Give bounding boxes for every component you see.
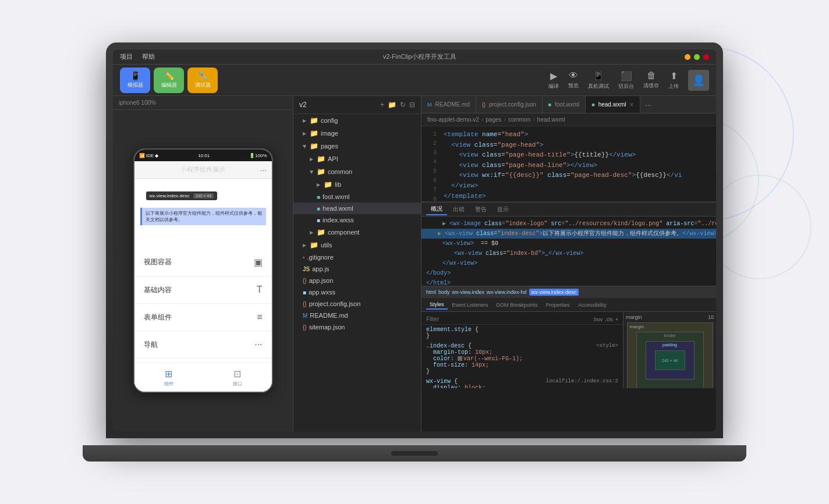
collapse-icon[interactable]: ⊟ — [409, 101, 415, 109]
tree-item-app-js[interactable]: JS app.js — [293, 263, 421, 275]
phone-nav-api[interactable]: ⊡ 接口 — [203, 363, 272, 392]
tab-foot-wxml[interactable]: ■ foot.wxml — [543, 96, 586, 113]
tab-head-wxml[interactable]: ■ head.wxml × — [586, 96, 640, 113]
debugger-icon: 🔧 — [198, 71, 208, 80]
tree-item-component[interactable]: ▶ 📁 component — [293, 226, 421, 239]
tree-item-index-wxss[interactable]: ■ index.wxss — [293, 214, 421, 226]
add-rule-btn[interactable]: + — [615, 317, 618, 322]
tree-label-component: component — [328, 229, 359, 236]
tree-item-utils[interactable]: ▶ 📁 utils — [293, 239, 421, 251]
debugger-button[interactable]: 🔧 调试器 — [187, 68, 218, 93]
tree-item-pages[interactable]: ▶ 📁 pages — [293, 140, 421, 152]
new-file-icon[interactable]: + — [380, 101, 384, 109]
file-icon-app-json: {} — [303, 278, 307, 284]
styles-tab-event-listeners[interactable]: Event Listeners — [449, 301, 492, 309]
clear-cache-action[interactable]: 🗑 清缓存 — [643, 70, 659, 90]
api-nav-icon: ⊡ — [233, 368, 241, 379]
elem-tag-body[interactable]: body — [438, 289, 450, 295]
tree-item-common[interactable]: ▶ 📁 common — [293, 165, 421, 178]
compile-icon: ▶ — [550, 70, 557, 81]
border-label: border — [664, 333, 675, 338]
tree-item-sitemap[interactable]: {} sitemap.json — [293, 321, 421, 333]
tree-item-gitignore[interactable]: • .gitignore — [293, 251, 421, 263]
new-folder-icon[interactable]: 📁 — [388, 101, 396, 109]
avatar-button[interactable]: 👤 — [688, 70, 709, 91]
html-line-3: <wx-view> == $0 — [421, 239, 716, 249]
tab-icon-readme: M — [427, 102, 432, 108]
preview-action[interactable]: 👁 预览 — [568, 70, 579, 90]
tab-project-config[interactable]: {} project.config.json — [476, 96, 543, 113]
cls-btn[interactable]: .cls — [605, 317, 613, 322]
component-item-content[interactable]: 基础内容 T — [134, 276, 272, 304]
chevron-pages: ▶ — [302, 144, 307, 148]
folder-icon-image: 📁 — [310, 129, 318, 137]
tab-more-button[interactable]: ··· — [640, 100, 657, 109]
file-icon-head-wxml: ■ — [317, 205, 320, 212]
html-line-4: <wx-view class="index-bd">_</wx-view> — [421, 249, 716, 258]
component-name-form: 表单组件 — [144, 313, 172, 322]
styles-tab-styles[interactable]: Styles — [426, 300, 448, 310]
bottom-tab-hints[interactable]: 提示 — [493, 204, 513, 215]
styles-val-margin-top: 10px; — [475, 349, 493, 356]
tree-item-image[interactable]: ▶ 📁 image — [293, 127, 421, 140]
close-button[interactable] — [703, 54, 709, 60]
styles-tab-dom-breakpoints[interactable]: DOM Breakpoints — [493, 301, 541, 309]
folder-icon-pages: 📁 — [310, 142, 318, 150]
tooltip-size: 240 × 44 — [193, 193, 214, 198]
elem-tag-wx-view-desc[interactable]: wx-view.index-desc — [529, 289, 579, 296]
code-line-6: </view> — [444, 181, 711, 191]
simulator-button[interactable]: 📱 模拟器 — [120, 68, 150, 93]
phone-title-dots[interactable]: ··· — [260, 165, 267, 175]
menu-item-project[interactable]: 项目 — [120, 52, 133, 61]
tree-item-api[interactable]: ▶ 📁 API — [293, 152, 421, 165]
compile-action[interactable]: ▶ 编译 — [548, 70, 559, 90]
minimize-button[interactable] — [685, 54, 690, 60]
elem-tag-wx-view-hd[interactable]: wx-view.index-hd — [487, 289, 527, 295]
maximize-button[interactable] — [694, 54, 700, 60]
box-content-size: 240 × 44 — [662, 359, 678, 363]
styles-tab-properties[interactable]: Properties — [543, 301, 573, 309]
tree-item-config[interactable]: ▶ 📁 config — [293, 114, 421, 127]
elem-tag-wx-view-index[interactable]: wx-view.index — [452, 289, 485, 295]
tree-item-readme[interactable]: M README.md — [293, 310, 421, 321]
laptop-container: 项目 帮助 v2-FinClip小程序开发工具 📱 模拟器 — [106, 42, 723, 462]
tree-item-head-wxml[interactable]: ■ head.wxml — [293, 203, 421, 214]
component-item-form[interactable]: 表单组件 ≡ — [134, 304, 272, 331]
background-action[interactable]: ⬛ 切后台 — [618, 70, 634, 90]
component-item-view[interactable]: 视图容器 ▣ — [134, 249, 272, 276]
status-left: 📶 IDE ◆ — [139, 153, 159, 158]
tree-item-foot-wxml[interactable]: ■ foot.wxml — [293, 191, 421, 203]
menu-bar: 项目 帮助 v2-FinClip小程序开发工具 — [113, 49, 716, 65]
styles-panel-tabs: Styles Event Listeners DOM Breakpoints P… — [421, 298, 716, 312]
debugger-label: 调试器 — [195, 81, 211, 89]
styles-brace-close-element: } — [426, 333, 430, 339]
upload-action[interactable]: ⬆ 上传 — [668, 70, 679, 90]
bottom-tab-overview[interactable]: 概况 — [426, 204, 447, 215]
tab-close-head-wxml[interactable]: × — [630, 101, 634, 108]
styles-tab-accessibility[interactable]: Accessibility — [575, 301, 610, 309]
refresh-icon[interactable]: ↻ — [400, 101, 406, 109]
html-line-2: ▶ <wx-view class="index-desc">以下将展示小程序官方… — [421, 229, 716, 239]
code-editor[interactable]: 12345678 <template name="head"> <view cl… — [421, 126, 716, 202]
bottom-tab-errors[interactable]: 出错 — [448, 204, 469, 215]
menu-item-help[interactable]: 帮助 — [142, 52, 155, 61]
line-numbers: 12345678 — [421, 126, 439, 201]
bottom-tab-warnings[interactable]: 警告 — [470, 204, 491, 215]
device-debug-action[interactable]: 📱 真机调试 — [588, 70, 609, 90]
phone-nav-component[interactable]: ⊞ 组件 — [134, 363, 203, 392]
editor-icon: ✏️ — [164, 71, 174, 80]
styles-content: :hov .cls + element.style { } — [421, 312, 716, 388]
tree-item-app-wxss[interactable]: ■ app.wxss — [293, 286, 421, 298]
tree-item-app-json[interactable]: {} app.json — [293, 275, 421, 286]
hover-btn[interactable]: :hov — [593, 317, 603, 322]
styles-source-wx-view[interactable]: localfile:/.index.css:2 — [546, 378, 618, 384]
tree-item-project-config[interactable]: {} project.config.json — [293, 298, 421, 310]
tab-readme[interactable]: M README.md — [421, 96, 476, 113]
component-item-nav[interactable]: 导航 ··· — [134, 331, 272, 359]
tree-item-lib[interactable]: ▶ 📁 lib — [293, 178, 421, 191]
elem-tag-html[interactable]: html — [426, 289, 436, 295]
breadcrumb-root: fino-applet-demo-v2 — [427, 116, 479, 123]
editor-button[interactable]: ✏️ 编辑器 — [154, 68, 184, 93]
styles-filter-input[interactable] — [426, 316, 590, 322]
code-content[interactable]: <template name="head"> <view class="page… — [439, 126, 716, 201]
